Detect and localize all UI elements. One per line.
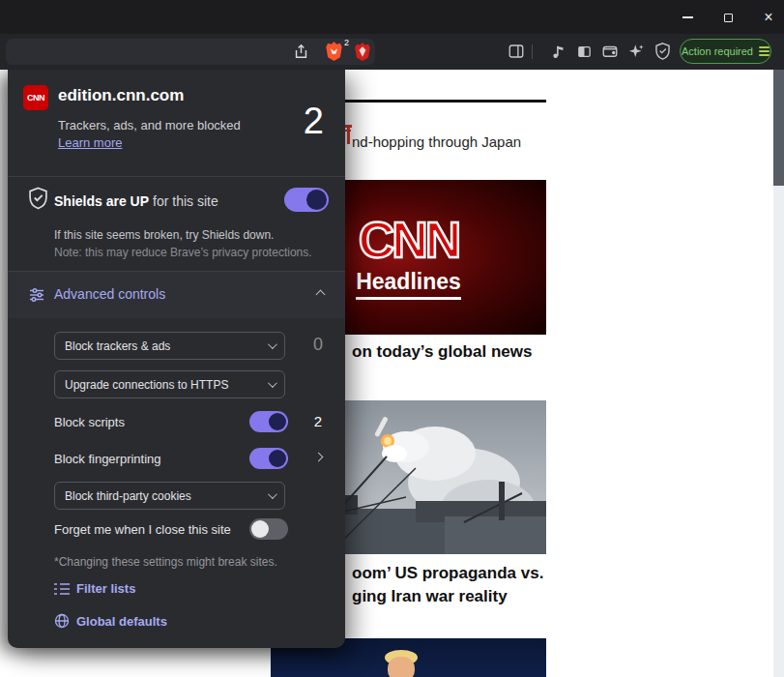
- shields-hint: If this site seems broken, try Shields d…: [54, 228, 274, 242]
- headline-link[interactable]: on today’s global news: [352, 342, 532, 362]
- figure-face: [388, 657, 415, 677]
- advanced-controls-label: Advanced controls: [54, 286, 165, 302]
- scrollbar[interactable]: [773, 34, 784, 677]
- forget-me-toggle[interactable]: [249, 518, 288, 540]
- block-fingerprinting-toggle[interactable]: [249, 448, 288, 469]
- forget-me-label: Forget me when I close this site: [54, 522, 231, 537]
- browser-toolbar: 2: [0, 34, 784, 70]
- filter-lists-label: Filter lists: [76, 581, 135, 596]
- global-defaults-label: Global defaults: [76, 614, 167, 629]
- upgrade-https-label: Upgrade connections to HTTPS: [65, 378, 228, 392]
- learn-more-link[interactable]: Learn more: [58, 135, 122, 150]
- reading-mode-icon[interactable]: [571, 39, 596, 64]
- shields-status: Shields are UPfor this site: [54, 193, 218, 209]
- wallet-icon[interactable]: [597, 39, 623, 64]
- settings-warning: *Changing these settings might break sit…: [54, 555, 277, 569]
- blocked-count: 2: [304, 101, 324, 142]
- global-defaults-link[interactable]: Global defaults: [54, 613, 167, 629]
- block-scripts-label: Block scripts: [54, 415, 125, 429]
- trackers-count: 0: [305, 335, 331, 355]
- list-icon: [54, 582, 70, 596]
- divider: [8, 176, 345, 177]
- block-trackers-dropdown[interactable]: Block trackers & ads: [54, 332, 285, 360]
- hamburger-menu-icon: [759, 46, 769, 56]
- block-scripts-toggle[interactable]: [249, 411, 288, 432]
- site-title: edition.cnn.com: [58, 86, 184, 105]
- maximize-icon: [724, 14, 733, 22]
- cnn-logo: CNN: [359, 215, 459, 265]
- toolbar-divider: [532, 44, 533, 59]
- brave-shields-lion-icon[interactable]: 2: [321, 39, 346, 64]
- side-panel-icon[interactable]: [504, 39, 529, 64]
- address-bar[interactable]: [6, 39, 375, 65]
- shields-status-rest: for this site: [153, 193, 218, 209]
- browser-window: nd-hopping through Japan CNN Headlines o…: [0, 0, 784, 677]
- upgrade-https-dropdown[interactable]: Upgrade connections to HTTPS: [54, 370, 285, 398]
- scripts-count: 2: [305, 413, 331, 429]
- chevron-right-icon[interactable]: [314, 453, 324, 462]
- shields-status-bold: Shields are UP: [54, 193, 149, 209]
- sliders-icon: [29, 287, 44, 307]
- window-titlebar: ×: [0, 0, 784, 34]
- headline-link[interactable]: oom’ US propaganda vs. ging Iran war rea…: [352, 562, 543, 608]
- headline-link[interactable]: nd-hopping through Japan: [352, 133, 521, 150]
- chevron-down-icon: [268, 489, 277, 499]
- toggle-knob: [269, 450, 286, 467]
- shields-note: Note: this may reduce Brave’s privacy pr…: [54, 246, 312, 259]
- chevron-down-icon: [268, 378, 277, 388]
- action-required-label: Action required: [682, 45, 753, 57]
- chevron-up-icon: [316, 290, 326, 300]
- media-controls-icon[interactable]: [545, 39, 570, 64]
- blocked-summary: Trackers, ads, and more blocked: [58, 118, 241, 132]
- vpn-shield-icon[interactable]: [650, 39, 675, 64]
- leo-ai-sparkle-icon[interactable]: [624, 39, 649, 64]
- maximize-button[interactable]: [717, 7, 739, 28]
- headline-line: oom’ US propaganda vs.: [352, 562, 543, 585]
- block-cookies-label: Block third-party cookies: [65, 489, 191, 503]
- block-fingerprinting-label: Block fingerprinting: [54, 452, 161, 466]
- headlines-label: Headlines: [356, 269, 461, 300]
- block-cookies-dropdown[interactable]: Block third-party cookies: [54, 482, 285, 510]
- toggle-knob: [251, 520, 269, 538]
- brave-rewards-icon[interactable]: [350, 39, 375, 64]
- minimize-button[interactable]: [677, 7, 698, 28]
- toggle-knob: [306, 190, 327, 210]
- toggle-knob: [269, 413, 286, 430]
- block-trackers-label: Block trackers & ads: [65, 339, 170, 353]
- shields-toggle[interactable]: [284, 188, 329, 212]
- browser-menu-button[interactable]: Action required: [680, 39, 771, 64]
- headline-line: ging Iran war reality: [352, 585, 543, 608]
- close-button[interactable]: ×: [758, 7, 779, 28]
- globe-icon: [54, 613, 70, 629]
- brave-shields-panel: CNN edition.cnn.com Trackers, ads, and m…: [8, 70, 345, 648]
- share-icon[interactable]: [288, 39, 313, 64]
- shield-check-icon: [28, 187, 48, 214]
- shields-badge: 2: [344, 38, 349, 47]
- minimize-icon: [682, 16, 693, 17]
- scrollbar-thumb[interactable]: [773, 70, 784, 186]
- close-icon: ×: [764, 10, 772, 25]
- site-favicon: CNN: [23, 85, 48, 110]
- chevron-down-icon: [268, 339, 277, 349]
- advanced-controls-toggle[interactable]: Advanced controls: [8, 272, 345, 318]
- filter-lists-link[interactable]: Filter lists: [54, 581, 135, 596]
